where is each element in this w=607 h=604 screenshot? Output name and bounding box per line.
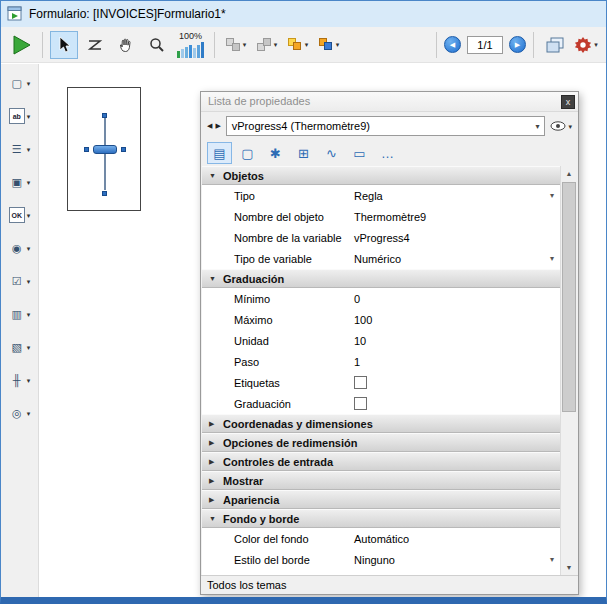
section-header-7[interactable]: ▼Fondo y borde (202, 509, 560, 528)
chevron-down-icon[interactable]: ▾ (27, 410, 31, 417)
combo-box-tool[interactable]: ▣▾ (3, 171, 37, 193)
windows-cascade-button[interactable] (541, 31, 569, 59)
entry-order-tool[interactable] (81, 31, 109, 59)
zoom-bars-icon[interactable] (177, 41, 204, 58)
chevron-down-icon: ▾ (594, 41, 598, 48)
property-label: Nombre del objeto (202, 211, 354, 223)
more-tab[interactable]: … (375, 142, 400, 164)
pointer-grid-tool[interactable]: ▢▾ (3, 72, 37, 94)
chevron-down-icon[interactable]: ▾ (27, 146, 31, 153)
properties-tabs: ▤▢✱⊞∿▭… (201, 140, 578, 166)
select-tool[interactable] (50, 31, 78, 59)
view-options-button[interactable]: ▾ (550, 121, 572, 131)
previous-object-icon[interactable]: ◀ (207, 122, 212, 130)
tab-control-tool[interactable]: ◎▾ (3, 402, 37, 424)
scrollbar[interactable]: ▲ ▼ (560, 166, 577, 575)
form-tab[interactable]: ▢ (235, 142, 260, 164)
run-form-button[interactable] (7, 31, 35, 59)
close-icon[interactable]: x (561, 95, 575, 109)
chevron-down-icon: ▾ (305, 41, 309, 48)
button-grid-tool[interactable]: ▥▾ (3, 303, 37, 325)
zoom-tool[interactable] (143, 31, 171, 59)
chevron-down-icon[interactable]: ▾ (27, 80, 31, 87)
previous-page-button[interactable]: ◀ (444, 36, 461, 53)
datasource-tab[interactable]: ⊞ (291, 142, 316, 164)
dropdown-icon[interactable]: ▾ (550, 254, 554, 263)
chevron-down-icon[interactable]: ▾ (27, 179, 31, 186)
dropdown-icon[interactable]: ▾ (550, 555, 554, 564)
splitter-tool[interactable]: ╫▾ (3, 369, 37, 391)
section-header-1[interactable]: ▼Graduación (202, 269, 560, 288)
hand-icon (118, 37, 134, 53)
rectangle-tool[interactable]: ▧▾ (3, 336, 37, 358)
section-header-4[interactable]: ▶Controles de entrada (202, 452, 560, 471)
selection-handle[interactable] (84, 147, 89, 152)
property-value[interactable]: Ninguno (354, 554, 550, 566)
button-tool[interactable]: OK▾ (3, 204, 37, 226)
events-tab[interactable]: ∿ (319, 142, 344, 164)
text-input-tool[interactable]: ab▾ (3, 105, 37, 127)
property-value[interactable]: Numérico (354, 253, 550, 265)
button-grid-tool-icon: ▥ (9, 306, 25, 322)
ruler-object[interactable] (93, 145, 117, 154)
align-tools-button[interactable]: ▾ (222, 31, 250, 59)
next-object-icon[interactable]: ▶ (215, 122, 220, 130)
selection-handle[interactable] (102, 191, 107, 196)
zoom-control[interactable]: 100% (174, 29, 207, 61)
property-value[interactable]: 0 (354, 293, 560, 305)
settings-gear-button[interactable]: ▾ (572, 31, 600, 59)
chevron-down-icon[interactable]: ▾ (27, 311, 31, 318)
property-value[interactable] (354, 397, 560, 410)
chevron-down-icon[interactable]: ▾ (27, 377, 31, 384)
settings-tab[interactable]: ✱ (263, 142, 288, 164)
property-value[interactable]: Thermomètre9 (354, 211, 560, 223)
section-header-0[interactable]: ▼Objetos (202, 166, 560, 185)
object-selector-dropdown[interactable]: vProgress4 (Thermomètre9) ▾ (226, 116, 546, 136)
checkbox[interactable] (354, 397, 367, 410)
property-value[interactable]: Regla (354, 190, 550, 202)
property-value[interactable]: Automático (354, 533, 560, 545)
properties-panel-titlebar[interactable]: Lista de propiedades x (201, 92, 578, 112)
selection-handle[interactable] (121, 147, 126, 152)
chevron-down-icon[interactable]: ▾ (27, 212, 31, 219)
zoom-level-label: 100% (179, 31, 202, 41)
themes-footer[interactable]: Todos los temas (201, 575, 578, 594)
form-page[interactable] (67, 87, 141, 211)
list-box-tool[interactable]: ☰▾ (3, 138, 37, 160)
property-value[interactable]: vProgress4 (354, 232, 560, 244)
pan-tool[interactable] (112, 31, 140, 59)
property-value[interactable] (354, 376, 560, 389)
property-value[interactable]: 1 (354, 356, 560, 368)
property-value[interactable]: 10 (354, 335, 560, 347)
section-header-6[interactable]: ▶Apariencia (202, 490, 560, 509)
chevron-down-icon[interactable]: ▾ (27, 245, 31, 252)
dropdown-icon[interactable]: ▾ (550, 191, 554, 200)
scroll-up-icon[interactable]: ▲ (561, 166, 577, 181)
duplicate-icon (319, 38, 334, 52)
section-header-2[interactable]: ▶Coordenadas y dimensiones (202, 414, 560, 433)
property-row: TipoRegla▾ (202, 185, 560, 206)
chevron-down-icon[interactable]: ▾ (27, 344, 31, 351)
object-nav-buttons[interactable]: ◀ ▶ (207, 122, 221, 130)
scroll-down-icon[interactable]: ▼ (561, 560, 577, 575)
objects-tab[interactable]: ▤ (207, 142, 232, 164)
next-page-button[interactable]: ▶ (509, 36, 526, 53)
property-row: Paso1 (202, 351, 560, 372)
section-header-5[interactable]: ▶Mostrar (202, 471, 560, 490)
window-titlebar[interactable]: Formulario: [INVOICES]Formulario1* (1, 1, 606, 27)
scrollbar-thumb[interactable] (562, 182, 576, 412)
chevron-down-icon[interactable]: ▾ (27, 113, 31, 120)
main-toolbar: 100% ▾ ▾ (1, 27, 606, 63)
level-tools-button[interactable]: ▾ (284, 31, 312, 59)
checkbox-tool[interactable]: ☑▾ (3, 270, 37, 292)
section-header-3[interactable]: ▶Opciones de redimensión (202, 433, 560, 452)
selection-handle[interactable] (102, 113, 107, 118)
radio-button-tool[interactable]: ◉▾ (3, 237, 37, 259)
checkbox[interactable] (354, 376, 367, 389)
chevron-down-icon[interactable]: ▾ (27, 278, 31, 285)
display-tab[interactable]: ▭ (347, 142, 372, 164)
duplicate-tools-button[interactable]: ▾ (315, 31, 343, 59)
property-value[interactable]: 100 (354, 314, 560, 326)
property-label: Estilo del borde (202, 554, 354, 566)
distribute-tools-button[interactable]: ▾ (253, 31, 281, 59)
